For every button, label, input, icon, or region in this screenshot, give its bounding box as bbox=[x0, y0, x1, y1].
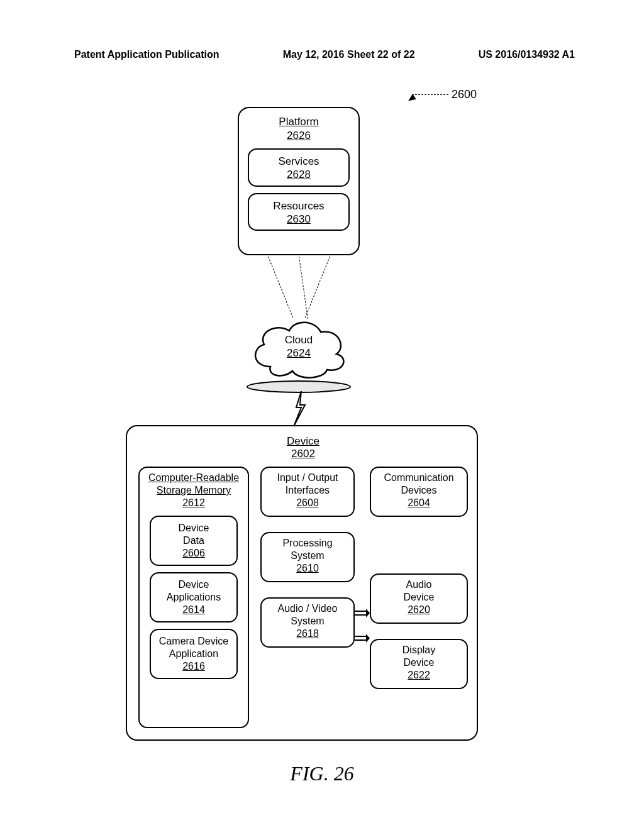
av-l1: Audio / Video bbox=[264, 602, 351, 615]
camera-app-number: 2616 bbox=[153, 660, 234, 673]
arrow-icon bbox=[355, 634, 370, 643]
storage-memory-box: Computer-Readable Storage Memory 2612 De… bbox=[138, 467, 249, 728]
crsm-title-line2: Storage Memory bbox=[157, 485, 231, 495]
io-number: 2608 bbox=[264, 497, 351, 509]
header-center: May 12, 2016 Sheet 22 of 22 bbox=[283, 49, 415, 60]
platform-cloud-connector bbox=[268, 257, 293, 318]
header-right: US 2016/0134932 A1 bbox=[479, 49, 575, 60]
resources-label: Resources bbox=[252, 199, 346, 213]
proc-l1: Processing bbox=[264, 537, 351, 550]
device-data-number: 2606 bbox=[153, 547, 234, 560]
disp-l1: Display bbox=[374, 644, 464, 656]
cloud-number: 2624 bbox=[245, 346, 352, 360]
svg-marker-3 bbox=[366, 609, 370, 617]
ref-2600-leader bbox=[412, 94, 448, 95]
services-label: Services bbox=[252, 155, 346, 168]
camera-app-l1: Camera Device bbox=[153, 635, 234, 648]
crsm-title-line1: Computer-Readable bbox=[148, 472, 239, 483]
crsm-number: 2612 bbox=[182, 497, 205, 508]
cloud-box: Cloud 2624 bbox=[245, 313, 352, 382]
device-data-box: Device Data 2606 bbox=[150, 516, 238, 566]
audio-l2: Device bbox=[374, 591, 464, 604]
device-data-l2: Data bbox=[153, 534, 234, 547]
audio-video-system-box: Audio / Video System 2618 bbox=[260, 597, 355, 648]
comm-l1: Communication bbox=[374, 472, 464, 484]
communication-devices-box: Communication Devices 2604 bbox=[370, 467, 468, 517]
proc-l2: System bbox=[264, 550, 351, 562]
audio-l1: Audio bbox=[374, 578, 464, 591]
disp-number: 2622 bbox=[374, 669, 464, 682]
comm-l2: Devices bbox=[374, 484, 464, 497]
av-l2: System bbox=[264, 615, 351, 628]
platform-cloud-connector bbox=[299, 257, 308, 319]
disp-l2: Device bbox=[374, 656, 464, 669]
device-title-text: Device bbox=[287, 435, 319, 447]
svg-marker-6 bbox=[366, 634, 370, 643]
io-l1: Input / Output bbox=[264, 472, 351, 484]
cloud-label: Cloud bbox=[245, 333, 352, 346]
platform-title: Platform bbox=[239, 116, 358, 128]
device-number: 2602 bbox=[291, 448, 315, 460]
io-interfaces-box: Input / Output Interfaces 2608 bbox=[260, 467, 355, 517]
av-number: 2618 bbox=[264, 628, 351, 640]
proc-number: 2610 bbox=[264, 562, 351, 575]
display-device-box: Display Device 2622 bbox=[370, 639, 468, 689]
audio-device-box: Audio Device 2620 bbox=[370, 573, 468, 624]
page-header: Patent Application Publication May 12, 2… bbox=[0, 49, 644, 60]
resources-box: Resources 2630 bbox=[248, 193, 350, 231]
services-box: Services 2628 bbox=[248, 148, 350, 187]
device-apps-l2: Applications bbox=[153, 591, 234, 604]
device-data-l1: Device bbox=[153, 522, 234, 534]
resources-number: 2630 bbox=[252, 213, 346, 226]
platform-cloud-connector bbox=[305, 257, 330, 318]
lightning-icon bbox=[292, 391, 310, 428]
platform-number: 2626 bbox=[239, 130, 358, 142]
figure-caption: FIG. 26 bbox=[0, 762, 644, 785]
device-apps-number: 2614 bbox=[153, 604, 234, 616]
device-box: Device 2602 Computer-Readable Storage Me… bbox=[126, 425, 478, 741]
processing-system-box: Processing System 2610 bbox=[260, 532, 355, 582]
header-left: Patent Application Publication bbox=[74, 49, 219, 60]
device-apps-l1: Device bbox=[153, 578, 234, 591]
platform-box: Platform 2626 Services 2628 Resources 26… bbox=[238, 107, 360, 255]
services-number: 2628 bbox=[252, 168, 346, 181]
ref-2600-arrowhead bbox=[406, 94, 416, 103]
camera-app-box: Camera Device Application 2616 bbox=[150, 629, 238, 679]
device-apps-box: Device Applications 2614 bbox=[150, 572, 238, 622]
io-l2: Interfaces bbox=[264, 484, 351, 497]
comm-number: 2604 bbox=[374, 497, 464, 509]
ref-2600-label: 2600 bbox=[452, 88, 477, 101]
device-title: Device 2602 bbox=[127, 435, 479, 460]
arrow-icon bbox=[355, 609, 370, 617]
audio-number: 2620 bbox=[374, 604, 464, 616]
camera-app-l2: Application bbox=[153, 648, 234, 660]
